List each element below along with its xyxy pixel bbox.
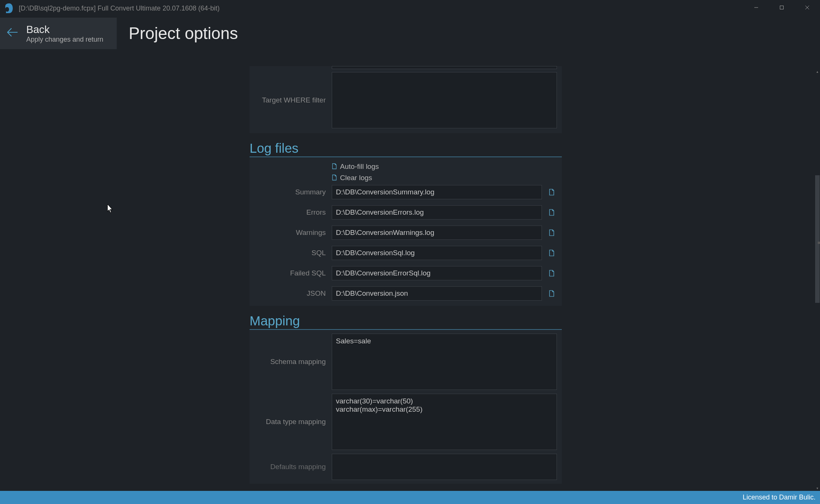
datatype-mapping-input[interactable] <box>332 394 557 450</box>
defaults-mapping-label: Defaults mapping <box>250 463 332 471</box>
app-logo-icon <box>4 3 14 14</box>
scroll-down-button[interactable]: ▼ <box>815 486 820 491</box>
header-row: Back Apply changes and return Project op… <box>0 17 820 50</box>
content-area: Target WHERE filter Log files Auto-fill … <box>0 66 813 491</box>
warnings-label: Warnings <box>250 229 332 237</box>
back-button[interactable]: Back Apply changes and return <box>0 18 117 49</box>
svg-rect-1 <box>780 6 784 9</box>
scroll-marker <box>818 242 820 244</box>
autofill-logs-link[interactable]: Auto-fill logs <box>332 162 379 171</box>
sql-browse-button[interactable] <box>546 248 557 258</box>
warnings-input[interactable] <box>332 226 542 240</box>
sql-label: SQL <box>250 249 332 257</box>
json-label: JSON <box>250 289 332 298</box>
scroll-thumb[interactable] <box>815 175 820 303</box>
maximize-button[interactable] <box>769 0 794 15</box>
defaults-mapping-input[interactable] <box>332 454 557 480</box>
failedsql-label: Failed SQL <box>250 269 332 277</box>
datatype-mapping-label: Data type mapping <box>250 418 332 426</box>
schema-mapping-label: Schema mapping <box>250 358 332 366</box>
sql-input[interactable] <box>332 246 542 260</box>
back-title: Back <box>26 24 103 36</box>
where-filter-section: Target WHERE filter <box>250 66 562 133</box>
json-browse-button[interactable] <box>546 288 557 299</box>
back-subtitle: Apply changes and return <box>26 36 103 44</box>
document-icon <box>332 175 337 182</box>
errors-input[interactable] <box>332 205 542 220</box>
target-where-input[interactable] <box>332 72 557 128</box>
above-cut-textarea[interactable] <box>332 66 557 69</box>
close-button[interactable] <box>794 0 820 15</box>
errors-label: Errors <box>250 208 332 217</box>
clear-logs-link[interactable]: Clear logs <box>332 174 372 182</box>
clear-logs-label: Clear logs <box>340 174 372 182</box>
window-controls <box>743 0 820 15</box>
scroll-up-button[interactable]: ▲ <box>815 69 820 74</box>
errors-browse-button[interactable] <box>546 207 557 218</box>
scrollbar[interactable]: ▲ ▼ <box>815 69 820 491</box>
minimize-button[interactable] <box>743 0 769 15</box>
summary-input[interactable] <box>332 185 542 199</box>
summary-browse-button[interactable] <box>546 187 557 197</box>
page-title: Project options <box>129 24 238 43</box>
warnings-browse-button[interactable] <box>546 227 557 238</box>
schema-mapping-input[interactable] <box>332 334 557 390</box>
failedsql-browse-button[interactable] <box>546 268 557 278</box>
autofill-logs-label: Auto-fill logs <box>340 162 379 171</box>
mapping-heading: Mapping <box>250 313 562 330</box>
json-input[interactable] <box>332 286 542 301</box>
log-files-heading: Log files <box>250 141 562 157</box>
log-files-section: Auto-fill logs Clear logs Summary <box>250 157 562 306</box>
back-arrow-icon <box>7 27 18 39</box>
target-where-label: Target WHERE filter <box>250 96 332 104</box>
document-icon <box>332 163 337 170</box>
failedsql-input[interactable] <box>332 266 542 280</box>
license-text: Licensed to Damir Bulic. <box>743 493 815 501</box>
title-bar: [D:\DB\sql2pg-demo.fcpx] Full Convert Ul… <box>0 0 820 17</box>
summary-label: Summary <box>250 188 332 196</box>
status-bar: Licensed to Damir Bulic. <box>0 491 820 504</box>
mapping-section: Schema mapping Data type mapping Default… <box>250 330 562 484</box>
window-title: [D:\DB\sql2pg-demo.fcpx] Full Convert Ul… <box>19 5 220 12</box>
